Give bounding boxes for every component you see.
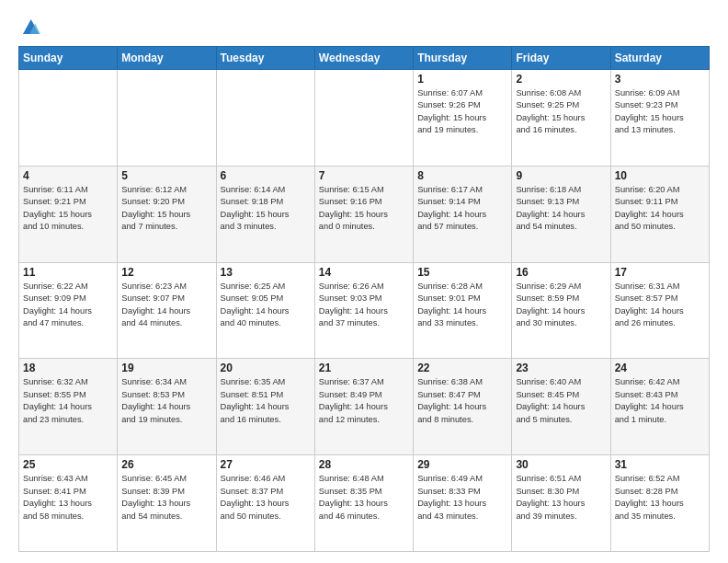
- calendar-cell: 9Sunrise: 6:18 AM Sunset: 9:13 PM Daylig…: [512, 166, 610, 262]
- weekday-header-thursday: Thursday: [414, 47, 512, 70]
- calendar-table: SundayMondayTuesdayWednesdayThursdayFrid…: [18, 46, 710, 552]
- day-info: Sunrise: 6:07 AM Sunset: 9:26 PM Dayligh…: [417, 87, 507, 137]
- day-number: 27: [221, 458, 311, 471]
- day-info: Sunrise: 6:43 AM Sunset: 8:41 PM Dayligh…: [23, 473, 113, 523]
- day-number: 18: [23, 362, 113, 374]
- day-info: Sunrise: 6:09 AM Sunset: 9:23 PM Dayligh…: [615, 87, 705, 137]
- calendar-cell: 22Sunrise: 6:38 AM Sunset: 8:47 PM Dayli…: [414, 359, 512, 455]
- day-number: 21: [319, 362, 409, 374]
- day-info: Sunrise: 6:23 AM Sunset: 9:07 PM Dayligh…: [121, 281, 211, 330]
- day-info: Sunrise: 6:17 AM Sunset: 9:14 PM Dayligh…: [417, 184, 507, 234]
- calendar-cell: 3Sunrise: 6:09 AM Sunset: 9:23 PM Daylig…: [610, 70, 709, 167]
- calendar-cell: 15Sunrise: 6:28 AM Sunset: 9:01 PM Dayli…: [414, 262, 512, 359]
- day-info: Sunrise: 6:48 AM Sunset: 8:35 PM Dayligh…: [319, 473, 409, 523]
- calendar-cell: 7Sunrise: 6:15 AM Sunset: 9:16 PM Daylig…: [314, 166, 413, 262]
- day-number: 24: [615, 362, 705, 374]
- calendar-cell: 12Sunrise: 6:23 AM Sunset: 9:07 PM Dayli…: [118, 262, 216, 359]
- day-number: 9: [516, 169, 606, 182]
- day-number: 22: [417, 362, 507, 374]
- day-number: 19: [121, 362, 211, 374]
- calendar-cell: 31Sunrise: 6:52 AM Sunset: 8:28 PM Dayli…: [610, 455, 709, 552]
- day-number: 14: [319, 266, 409, 279]
- day-number: 26: [121, 458, 211, 471]
- calendar-cell: 19Sunrise: 6:34 AM Sunset: 8:53 PM Dayli…: [118, 359, 216, 455]
- day-number: 16: [516, 266, 606, 279]
- calendar-cell: 5Sunrise: 6:12 AM Sunset: 9:20 PM Daylig…: [118, 166, 216, 262]
- day-number: 25: [23, 458, 113, 471]
- day-info: Sunrise: 6:28 AM Sunset: 9:01 PM Dayligh…: [417, 281, 507, 330]
- day-info: Sunrise: 6:29 AM Sunset: 8:59 PM Dayligh…: [516, 281, 606, 330]
- calendar-cell: 26Sunrise: 6:45 AM Sunset: 8:39 PM Dayli…: [118, 455, 216, 552]
- day-number: 1: [417, 73, 507, 86]
- day-info: Sunrise: 6:25 AM Sunset: 9:05 PM Dayligh…: [221, 281, 311, 330]
- day-info: Sunrise: 6:12 AM Sunset: 9:20 PM Dayligh…: [121, 184, 211, 234]
- day-info: Sunrise: 6:46 AM Sunset: 8:37 PM Dayligh…: [221, 473, 311, 523]
- calendar-cell: 1Sunrise: 6:07 AM Sunset: 9:26 PM Daylig…: [414, 70, 512, 167]
- weekday-header-tuesday: Tuesday: [216, 47, 314, 70]
- calendar-cell: [314, 70, 413, 167]
- weekday-header-saturday: Saturday: [610, 47, 709, 70]
- day-number: 3: [615, 73, 705, 86]
- day-info: Sunrise: 6:32 AM Sunset: 8:55 PM Dayligh…: [23, 376, 113, 426]
- day-info: Sunrise: 6:18 AM Sunset: 9:13 PM Dayligh…: [516, 184, 606, 234]
- day-number: 17: [615, 266, 705, 279]
- calendar-cell: 10Sunrise: 6:20 AM Sunset: 9:11 PM Dayli…: [610, 166, 709, 262]
- day-number: 23: [516, 362, 606, 374]
- day-number: 10: [615, 169, 705, 182]
- day-number: 8: [417, 169, 507, 182]
- day-info: Sunrise: 6:26 AM Sunset: 9:03 PM Dayligh…: [319, 281, 409, 330]
- day-info: Sunrise: 6:49 AM Sunset: 8:33 PM Dayligh…: [417, 473, 507, 523]
- day-info: Sunrise: 6:45 AM Sunset: 8:39 PM Dayligh…: [121, 473, 211, 523]
- weekday-header-monday: Monday: [118, 47, 216, 70]
- day-number: 20: [221, 362, 311, 374]
- day-info: Sunrise: 6:37 AM Sunset: 8:49 PM Dayligh…: [319, 376, 409, 426]
- calendar-cell: 20Sunrise: 6:35 AM Sunset: 8:51 PM Dayli…: [216, 359, 314, 455]
- day-number: 5: [121, 169, 211, 182]
- calendar-cell: 29Sunrise: 6:49 AM Sunset: 8:33 PM Dayli…: [414, 455, 512, 552]
- calendar-cell: 4Sunrise: 6:11 AM Sunset: 9:21 PM Daylig…: [19, 166, 118, 262]
- calendar-cell: 30Sunrise: 6:51 AM Sunset: 8:30 PM Dayli…: [512, 455, 610, 552]
- calendar-cell: 27Sunrise: 6:46 AM Sunset: 8:37 PM Dayli…: [216, 455, 314, 552]
- calendar-cell: 28Sunrise: 6:48 AM Sunset: 8:35 PM Dayli…: [314, 455, 413, 552]
- calendar-cell: 16Sunrise: 6:29 AM Sunset: 8:59 PM Dayli…: [512, 262, 610, 359]
- day-number: 15: [417, 266, 507, 279]
- calendar-cell: [19, 70, 118, 167]
- weekday-header-sunday: Sunday: [19, 47, 118, 70]
- header: [18, 17, 710, 37]
- day-info: Sunrise: 6:52 AM Sunset: 8:28 PM Dayligh…: [615, 473, 705, 523]
- calendar-cell: 24Sunrise: 6:42 AM Sunset: 8:43 PM Dayli…: [610, 359, 709, 455]
- calendar-cell: 21Sunrise: 6:37 AM Sunset: 8:49 PM Dayli…: [314, 359, 413, 455]
- calendar-cell: 18Sunrise: 6:32 AM Sunset: 8:55 PM Dayli…: [19, 359, 118, 455]
- day-info: Sunrise: 6:38 AM Sunset: 8:47 PM Dayligh…: [417, 376, 507, 426]
- day-info: Sunrise: 6:51 AM Sunset: 8:30 PM Dayligh…: [516, 473, 606, 523]
- calendar-cell: 2Sunrise: 6:08 AM Sunset: 9:25 PM Daylig…: [512, 70, 610, 167]
- logo-icon: [20, 17, 40, 37]
- day-number: 7: [319, 169, 409, 182]
- page: SundayMondayTuesdayWednesdayThursdayFrid…: [0, 0, 728, 563]
- day-info: Sunrise: 6:35 AM Sunset: 8:51 PM Dayligh…: [221, 376, 311, 426]
- logo: [18, 17, 40, 37]
- calendar-cell: 17Sunrise: 6:31 AM Sunset: 8:57 PM Dayli…: [610, 262, 709, 359]
- day-info: Sunrise: 6:22 AM Sunset: 9:09 PM Dayligh…: [23, 281, 113, 330]
- day-number: 4: [23, 169, 113, 182]
- day-info: Sunrise: 6:11 AM Sunset: 9:21 PM Dayligh…: [23, 184, 113, 234]
- day-info: Sunrise: 6:08 AM Sunset: 9:25 PM Dayligh…: [516, 87, 606, 137]
- day-info: Sunrise: 6:20 AM Sunset: 9:11 PM Dayligh…: [615, 184, 705, 234]
- day-number: 29: [417, 458, 507, 471]
- calendar-cell: 6Sunrise: 6:14 AM Sunset: 9:18 PM Daylig…: [216, 166, 314, 262]
- calendar-cell: [216, 70, 314, 167]
- calendar-cell: 25Sunrise: 6:43 AM Sunset: 8:41 PM Dayli…: [19, 455, 118, 552]
- weekday-header-wednesday: Wednesday: [314, 47, 413, 70]
- day-number: 11: [23, 266, 113, 279]
- calendar-cell: 23Sunrise: 6:40 AM Sunset: 8:45 PM Dayli…: [512, 359, 610, 455]
- day-info: Sunrise: 6:40 AM Sunset: 8:45 PM Dayligh…: [516, 376, 606, 426]
- day-info: Sunrise: 6:14 AM Sunset: 9:18 PM Dayligh…: [221, 184, 311, 234]
- day-number: 12: [121, 266, 211, 279]
- day-info: Sunrise: 6:31 AM Sunset: 8:57 PM Dayligh…: [615, 281, 705, 330]
- day-info: Sunrise: 6:42 AM Sunset: 8:43 PM Dayligh…: [615, 376, 705, 426]
- day-info: Sunrise: 6:15 AM Sunset: 9:16 PM Dayligh…: [319, 184, 409, 234]
- day-number: 31: [615, 458, 705, 471]
- calendar-cell: 14Sunrise: 6:26 AM Sunset: 9:03 PM Dayli…: [314, 262, 413, 359]
- day-number: 28: [319, 458, 409, 471]
- calendar-cell: [118, 70, 216, 167]
